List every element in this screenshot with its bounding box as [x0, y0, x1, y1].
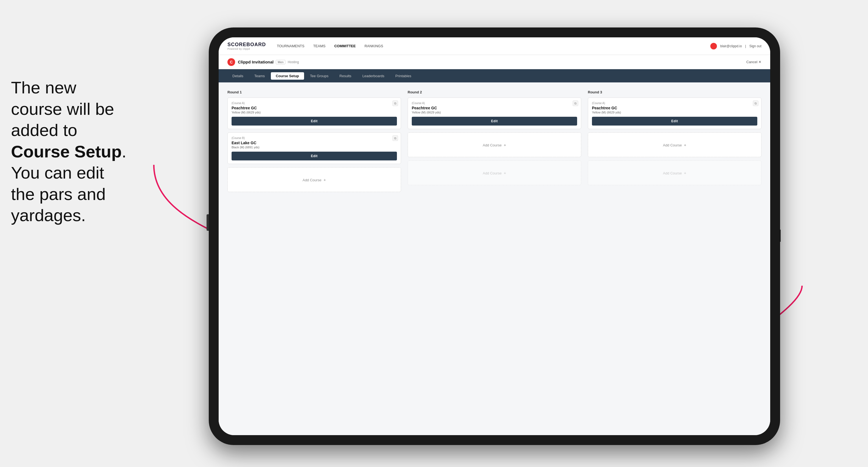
top-nav: SCOREBOARD Powered by clippd TOURNAMENTS…: [219, 37, 770, 55]
tournament-bar: C Clippd Invitational Men Hosting Cancel…: [219, 55, 770, 69]
annotation-course-setup: Course Setup: [11, 142, 122, 161]
add-course-r2-2-label: Add Course +: [483, 170, 506, 175]
nav-links: TOURNAMENTS TEAMS COMMITTEE RANKINGS: [277, 44, 710, 48]
tablet-screen: SCOREBOARD Powered by clippd TOURNAMENTS…: [219, 37, 770, 435]
sign-out-link[interactable]: Sign out: [749, 44, 762, 48]
tab-course-setup[interactable]: Course Setup: [271, 72, 304, 80]
course-r1-a-tag: (Course A): [231, 102, 397, 105]
tab-leaderboards[interactable]: Leaderboards: [358, 72, 389, 80]
nav-tournaments[interactable]: TOURNAMENTS: [277, 44, 304, 48]
scoreboard-logo: SCOREBOARD Powered by clippd: [227, 42, 266, 50]
course-r1-b-tag: (Course B): [231, 136, 397, 139]
course-card-r2-a: ⧉ (Course A) Peachtree GC Yellow (M) (66…: [408, 97, 581, 129]
edit-r1-b-button[interactable]: Edit: [231, 152, 397, 160]
course-card-r1-b-icon[interactable]: ⧉: [393, 135, 398, 141]
round-2-label: Round 2: [408, 90, 581, 94]
course-r3-a-tag: (Course A): [592, 102, 757, 105]
course-r1-b-detail: Black (M) (6891 yds): [231, 146, 397, 149]
course-r1-a-name: Peachtree GC: [231, 106, 397, 110]
add-course-r1-label: Add Course +: [303, 178, 326, 182]
add-course-r1[interactable]: Add Course +: [227, 167, 401, 192]
cancel-button[interactable]: Cancel ✕: [746, 60, 762, 64]
nav-committee[interactable]: COMMITTEE: [334, 44, 356, 48]
tab-details[interactable]: Details: [227, 72, 248, 80]
tablet-side-button: [207, 214, 209, 231]
tab-printables[interactable]: Printables: [390, 72, 416, 80]
add-course-r2-1-label: Add Course +: [483, 143, 506, 147]
course-card-r3-a-icon[interactable]: ⧉: [753, 100, 758, 106]
brand-name: SCOREBOARD: [227, 42, 266, 48]
edit-r2-a-button[interactable]: Edit: [412, 117, 577, 126]
tab-teams[interactable]: Teams: [249, 72, 270, 80]
tournament-badge: Men: [276, 60, 285, 64]
course-r2-a-detail: Yellow (M) (6629 yds): [412, 111, 577, 114]
tournament-logo: C: [227, 58, 235, 66]
round-1-label: Round 1: [227, 90, 401, 94]
sign-out-separator: |: [745, 44, 746, 48]
add-course-r3-1-label: Add Course +: [663, 143, 686, 147]
main-content: Round 1 ⧉ (Course A) Peachtree GC Yellow…: [219, 83, 770, 435]
add-course-r3-2: Add Course +: [588, 160, 762, 185]
nav-right: blair@clippd.io | Sign out: [710, 43, 762, 50]
user-avatar: [710, 43, 717, 50]
course-r3-a-detail: Yellow (M) (6629 yds): [592, 111, 757, 114]
course-r2-a-name: Peachtree GC: [412, 106, 577, 110]
edit-r1-a-button[interactable]: Edit: [231, 117, 397, 126]
rounds-grid: Round 1 ⧉ (Course A) Peachtree GC Yellow…: [227, 90, 762, 195]
round-2-col: Round 2 ⧉ (Course A) Peachtree GC Yellow…: [408, 90, 581, 195]
nav-rankings[interactable]: RANKINGS: [365, 44, 383, 48]
course-r1-a-detail: Yellow (M) (6629 yds): [231, 111, 397, 114]
course-card-r3-a: ⧉ (Course A) Peachtree GC Yellow (M) (66…: [588, 97, 762, 129]
user-email: blair@clippd.io: [720, 44, 742, 48]
round-3-label: Round 3: [588, 90, 762, 94]
course-card-r1-b: ⧉ (Course B) East Lake GC Black (M) (689…: [227, 132, 401, 164]
course-card-r1-a-icon[interactable]: ⧉: [393, 100, 398, 106]
course-card-r1-a: ⧉ (Course A) Peachtree GC Yellow (M) (66…: [227, 97, 401, 129]
round-3-col: Round 3 ⧉ (Course A) Peachtree GC Yellow…: [588, 90, 762, 195]
round-1-col: Round 1 ⧉ (Course A) Peachtree GC Yellow…: [227, 90, 401, 195]
edit-r3-a-button[interactable]: Edit: [592, 117, 757, 126]
tablet-frame: SCOREBOARD Powered by clippd TOURNAMENTS…: [209, 28, 780, 445]
course-r1-b-name: East Lake GC: [231, 141, 397, 145]
sub-tabs: Details Teams Course Setup Tee Groups Re…: [219, 69, 770, 83]
add-course-r3-1[interactable]: Add Course +: [588, 132, 762, 157]
tab-results[interactable]: Results: [335, 72, 356, 80]
nav-teams[interactable]: TEAMS: [313, 44, 326, 48]
brand-sub: Powered by clippd: [227, 48, 266, 50]
add-course-r3-2-label: Add Course +: [663, 170, 686, 175]
course-card-r2-a-icon[interactable]: ⧉: [573, 100, 578, 106]
course-r3-a-name: Peachtree GC: [592, 106, 757, 110]
tab-tee-groups[interactable]: Tee Groups: [305, 72, 334, 80]
add-course-r2-1[interactable]: Add Course +: [408, 132, 581, 157]
tournament-hosting: Hosting: [288, 60, 299, 64]
tournament-name: Clippd Invitational: [238, 60, 274, 64]
add-course-r2-2: Add Course +: [408, 160, 581, 185]
course-r2-a-tag: (Course A): [412, 102, 577, 105]
